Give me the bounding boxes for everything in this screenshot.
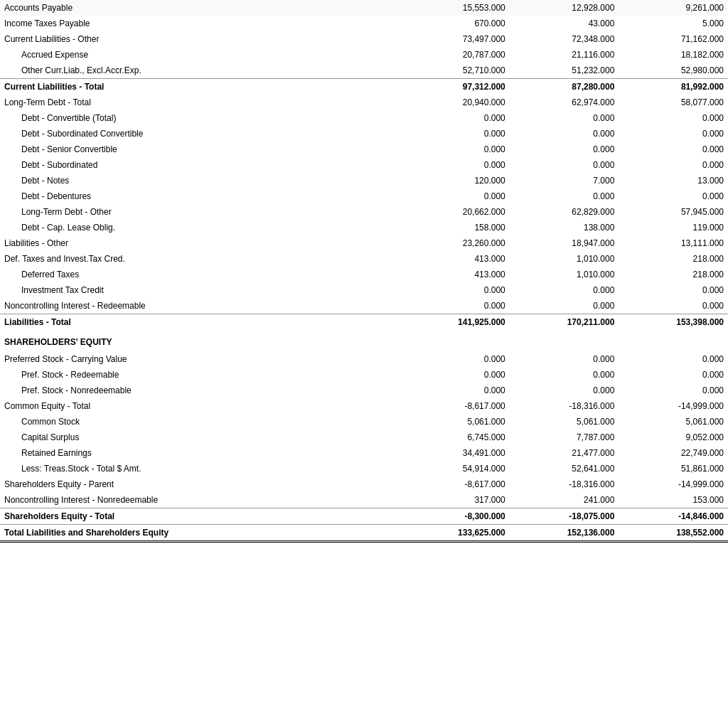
table-row: Liabilities - Total141,925.000170,211.00…: [0, 314, 728, 331]
table-row: SHAREHOLDERS' EQUITY: [0, 330, 728, 351]
row-value: 0.000: [400, 351, 510, 367]
table-row: Capital Surplus6,745.0007,787.0009,052.0…: [0, 430, 728, 445]
row-label: Debt - Notes: [0, 173, 400, 188]
row-value: 0.000: [400, 126, 510, 142]
table-row: Liabilities - Other23,260.00018,947.0001…: [0, 235, 728, 251]
table-row: Debt - Convertible (Total)0.0000.0000.00…: [0, 110, 728, 126]
row-value: 413.000: [400, 267, 510, 282]
row-value: -14,999.000: [619, 398, 728, 414]
row-label: Common Stock: [0, 414, 400, 430]
row-value: 5,061.000: [510, 414, 619, 430]
row-value: -18,075.000: [510, 508, 619, 525]
row-value: 20,940.000: [400, 95, 510, 110]
row-label: Investment Tax Credit: [0, 282, 400, 298]
row-value: 23,260.000: [400, 235, 510, 251]
row-value: 7,787.000: [510, 430, 619, 445]
row-label: Long-Term Debt - Total: [0, 95, 400, 110]
row-value: 0.000: [619, 298, 728, 314]
table-row: Accounts Payable15,553.00012,928.0009,26…: [0, 0, 728, 16]
row-value: 20,662.000: [400, 204, 510, 220]
row-label: Total Liabilities and Shareholders Equit…: [0, 525, 400, 542]
row-value: 58,077.000: [619, 95, 728, 110]
row-value: 97,312.000: [400, 79, 510, 95]
row-value: 87,280.000: [510, 79, 619, 95]
row-value: 71,162.000: [619, 31, 728, 47]
row-label: Accounts Payable: [0, 0, 400, 16]
row-value: 0.000: [510, 383, 619, 398]
row-value: 0.000: [619, 110, 728, 126]
row-value: [619, 330, 728, 351]
row-value: 138.000: [510, 220, 619, 235]
row-value: 20,787.000: [400, 47, 510, 63]
table-row: Other Curr.Liab., Excl.Accr.Exp.52,710.0…: [0, 63, 728, 79]
row-value: 119.000: [619, 220, 728, 235]
row-value: 51,232.000: [510, 63, 619, 79]
row-label: Noncontrolling Interest - Nonredeemable: [0, 492, 400, 508]
table-row: Income Taxes Payable670.00043.0005.000: [0, 16, 728, 31]
row-value: 0.000: [619, 383, 728, 398]
row-value: 0.000: [400, 298, 510, 314]
row-label: Accrued Expense: [0, 47, 400, 63]
row-value: 0.000: [619, 351, 728, 367]
row-value: 72,348.000: [510, 31, 619, 47]
table-row: Def. Taxes and Invest.Tax Cred.413.0001,…: [0, 251, 728, 267]
table-row: Debt - Subordinated0.0000.0000.000: [0, 157, 728, 173]
row-value: 158.000: [400, 220, 510, 235]
table-row: Total Liabilities and Shareholders Equit…: [0, 525, 728, 542]
row-value: 12,928.000: [510, 0, 619, 16]
row-value: 0.000: [510, 367, 619, 383]
row-value: -18,316.000: [510, 398, 619, 414]
row-value: 5,061.000: [400, 414, 510, 430]
row-label: Capital Surplus: [0, 430, 400, 445]
row-value: 0.000: [619, 142, 728, 157]
row-label: Other Curr.Liab., Excl.Accr.Exp.: [0, 63, 400, 79]
row-value: 218.000: [619, 251, 728, 267]
row-value: 0.000: [510, 282, 619, 298]
row-label: Debt - Subordinated: [0, 157, 400, 173]
row-value: 0.000: [400, 383, 510, 398]
row-value: 241.000: [510, 492, 619, 508]
financial-table: Accounts Payable15,553.00012,928.0009,26…: [0, 0, 728, 543]
row-value: [400, 330, 510, 351]
row-label: Common Equity - Total: [0, 398, 400, 414]
table-row: Pref. Stock - Nonredeemable0.0000.0000.0…: [0, 383, 728, 398]
row-value: 1,010.000: [510, 251, 619, 267]
table-row: Pref. Stock - Redeemable0.0000.0000.000: [0, 367, 728, 383]
row-value: 0.000: [619, 126, 728, 142]
row-value: 153,398.000: [619, 314, 728, 331]
row-label: Current Liabilities - Other: [0, 31, 400, 47]
row-label: Debt - Cap. Lease Oblig.: [0, 220, 400, 235]
row-value: 21,116.000: [510, 47, 619, 63]
row-value: 15,553.000: [400, 0, 510, 16]
row-label: Shareholders Equity - Parent: [0, 476, 400, 492]
row-value: 18,182.000: [619, 47, 728, 63]
table-row: Debt - Debentures0.0000.0000.000: [0, 188, 728, 204]
row-value: 0.000: [510, 157, 619, 173]
row-value: 5.000: [619, 16, 728, 31]
table-row: Noncontrolling Interest - Nonredeemable3…: [0, 492, 728, 508]
row-value: 0.000: [510, 298, 619, 314]
row-label: SHAREHOLDERS' EQUITY: [0, 330, 400, 351]
row-value: 0.000: [400, 188, 510, 204]
row-value: 34,491.000: [400, 445, 510, 461]
row-value: 0.000: [619, 282, 728, 298]
table-row: Preferred Stock - Carrying Value0.0000.0…: [0, 351, 728, 367]
row-value: 0.000: [400, 367, 510, 383]
row-value: 0.000: [510, 188, 619, 204]
row-value: -14,999.000: [619, 476, 728, 492]
row-value: 0.000: [619, 367, 728, 383]
table-row: Debt - Notes120.0007.00013.000: [0, 173, 728, 188]
row-value: 670.000: [400, 16, 510, 31]
row-value: 62,829.000: [510, 204, 619, 220]
table-row: Current Liabilities - Other73,497.00072,…: [0, 31, 728, 47]
row-value: 0.000: [510, 126, 619, 142]
table-row: Noncontrolling Interest - Redeemable0.00…: [0, 298, 728, 314]
row-value: -8,617.000: [400, 398, 510, 414]
table-row: Current Liabilities - Total97,312.00087,…: [0, 79, 728, 95]
row-value: 0.000: [400, 142, 510, 157]
row-value: 21,477.000: [510, 445, 619, 461]
row-label: Shareholders Equity - Total: [0, 508, 400, 525]
row-value: 317.000: [400, 492, 510, 508]
row-value: 120.000: [400, 173, 510, 188]
row-label: Pref. Stock - Redeemable: [0, 367, 400, 383]
